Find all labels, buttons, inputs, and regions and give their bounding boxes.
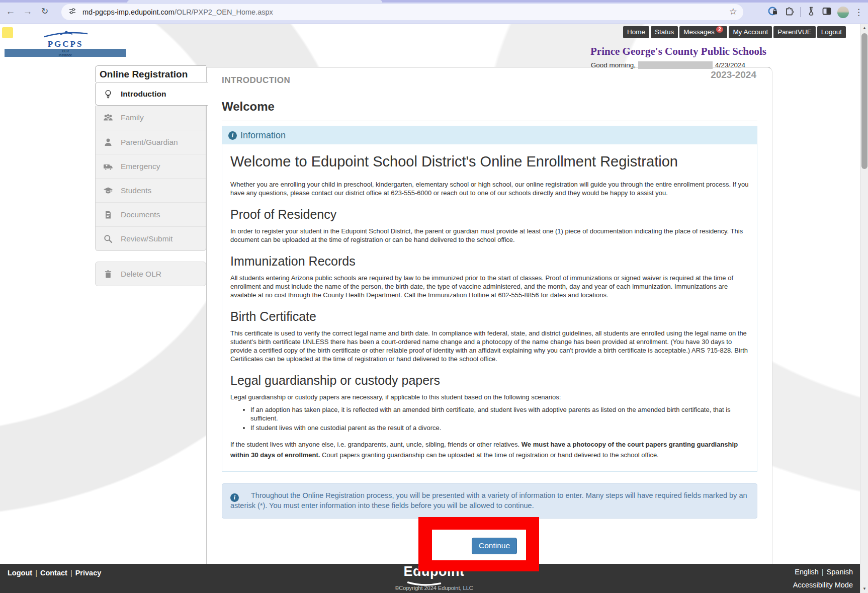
- nav-status-button[interactable]: Status: [651, 26, 678, 38]
- copyright-text: ©Copyright 2024 Edupoint, LLC: [395, 585, 473, 591]
- page-scrollbar[interactable]: ▲ ▼: [860, 24, 868, 593]
- section-heading-birth-certificate: Birth Certificate: [230, 309, 749, 324]
- nav-my-account-button[interactable]: My Account: [729, 26, 772, 38]
- page-body: PGCPS OLR Instance Home Status Messages2…: [0, 24, 868, 593]
- sidebar-item-label: Students: [121, 186, 151, 195]
- footer-privacy-link[interactable]: Privacy: [75, 569, 102, 577]
- olr-instance-banner: OLR Instance: [5, 49, 126, 57]
- reload-icon[interactable]: ↻: [38, 6, 51, 18]
- scroll-up-icon[interactable]: ▲: [860, 24, 868, 32]
- footer-separator: |: [32, 569, 40, 577]
- language-separator: |: [819, 568, 827, 576]
- ambulance-icon: [103, 161, 113, 172]
- url-text: md-pgcps-imp.edupoint.com/OLR/PXP2_OEN_H…: [82, 8, 273, 16]
- olr-banner-line2: Instance: [5, 53, 126, 57]
- sidebar-item-label: Family: [121, 113, 144, 122]
- guardianship-bullet: If an adoption has taken place, it is re…: [250, 405, 749, 422]
- section-label: INTRODUCTION: [222, 75, 290, 86]
- info-icon: i: [228, 131, 237, 140]
- continue-button[interactable]: Continue: [472, 538, 517, 554]
- section-body-birth-certificate: This certificate is used to verify the c…: [230, 329, 749, 363]
- browser-menu-icon[interactable]: ⋮: [854, 7, 863, 18]
- language-english-link[interactable]: English: [795, 568, 819, 576]
- welcome-heading: Welcome to Edupoint School District's On…: [230, 153, 749, 170]
- section-heading-guardianship: Legal guardianship or custody papers: [230, 373, 749, 388]
- bookmark-star-icon[interactable]: ☆: [729, 6, 737, 17]
- magnifier-icon: [103, 234, 113, 244]
- sidebar-item-emergency[interactable]: Emergency: [96, 154, 206, 178]
- side-panel-icon[interactable]: [822, 6, 832, 18]
- nav-messages-button[interactable]: Messages2: [679, 26, 727, 38]
- guardianship-intro: Legal guardianship or custody papers are…: [230, 393, 749, 401]
- site-settings-icon[interactable]: [68, 7, 76, 17]
- guardianship-bullets: If an adoption has taken place, it is re…: [230, 405, 749, 432]
- language-links: English|Spanish: [795, 568, 853, 576]
- sidebar-menu: Family Parent/Guardian Emergency Student…: [95, 106, 206, 251]
- sidebar-item-label: Review/Submit: [121, 234, 172, 243]
- sidebar-item-introduction[interactable]: Introduction: [95, 82, 208, 106]
- section-body-immunization: All students entering Arizona public sch…: [230, 274, 749, 299]
- sidebar-title: Online Registration: [95, 65, 206, 82]
- pgcps-logo-swoosh: [35, 30, 96, 38]
- olr-banner-line1: OLR: [5, 49, 126, 53]
- sidebar-item-label: Introduction: [121, 90, 166, 99]
- family-icon: [103, 113, 113, 123]
- trash-icon: [103, 269, 113, 279]
- section-body-residency: In order to register your student in the…: [230, 227, 749, 244]
- sidebar-item-parent-guardian[interactable]: Parent/Guardian: [96, 130, 206, 154]
- registration-notice: iThroughout the Online Registration proc…: [222, 483, 757, 519]
- pgcps-logo-text: PGCPS: [5, 40, 126, 48]
- nav-logout-button[interactable]: Logout: [817, 26, 846, 38]
- nav-parentvue-button[interactable]: ParentVUE: [773, 26, 816, 38]
- footer-separator: |: [67, 569, 75, 577]
- info-icon: i: [230, 493, 239, 502]
- redacted-user-name: [638, 61, 713, 69]
- messages-count-badge: 2: [716, 26, 724, 33]
- page-title: Welcome: [222, 100, 757, 121]
- greeting-row: Good morning, 4/23/2024: [591, 61, 745, 69]
- sidebar-item-label: Emergency: [121, 162, 160, 171]
- scroll-down-icon[interactable]: ▼: [860, 585, 868, 593]
- sidebar-item-students[interactable]: Students: [96, 178, 206, 202]
- section-heading-residency: Proof of Residency: [230, 207, 749, 222]
- sidebar-item-review-submit[interactable]: Review/Submit: [96, 226, 206, 250]
- guardianship-bullet: If student lives with one custodial pare…: [250, 423, 749, 432]
- labs-flask-icon[interactable]: [806, 6, 816, 18]
- footer-links: Logout|Contact|Privacy: [8, 569, 101, 577]
- greeting-text: Good morning,: [591, 61, 636, 69]
- guardianship-closing: If the student lives with anyone else, i…: [230, 439, 749, 460]
- sidebar-item-label: Parent/Guardian: [121, 138, 178, 147]
- sidebar-item-delete-olr[interactable]: Delete OLR: [95, 262, 206, 286]
- pgcps-logo: PGCPS OLR Instance: [5, 30, 126, 57]
- information-panel: i Information Welcome to Edupoint School…: [222, 126, 757, 472]
- language-spanish-link[interactable]: Spanish: [827, 568, 853, 576]
- footer-contact-link[interactable]: Contact: [40, 569, 67, 577]
- password-manager-icon[interactable]: [767, 6, 778, 19]
- document-icon: [103, 210, 113, 220]
- nav-home-button[interactable]: Home: [623, 26, 649, 38]
- closing-prefix: If the student lives with anyone else, i…: [230, 441, 522, 448]
- section-heading-immunization: Immunization Records: [230, 254, 749, 269]
- browser-tab[interactable]: [127, 0, 382, 3]
- toolbar-divider: [800, 7, 801, 17]
- district-title: Prince George's County Public Schools: [590, 45, 766, 58]
- graduation-cap-icon: [103, 186, 113, 196]
- top-navigation: Home Status Messages2 My Account ParentV…: [623, 26, 846, 38]
- address-bar[interactable]: md-pgcps-imp.edupoint.com/OLR/PXP2_OEN_H…: [61, 4, 743, 20]
- information-panel-body: Welcome to Edupoint School District's On…: [222, 144, 757, 472]
- closing-suffix: Court papers granting guardianship can b…: [320, 451, 658, 459]
- current-date: 4/23/2024: [715, 61, 745, 69]
- accessibility-mode-link[interactable]: Accessibility Mode: [793, 581, 853, 589]
- forward-icon[interactable]: →: [21, 6, 34, 18]
- scrollbar-thumb[interactable]: [861, 33, 867, 169]
- extensions-puzzle-icon[interactable]: [784, 6, 795, 19]
- back-icon[interactable]: ←: [4, 6, 17, 18]
- sidebar-item-family[interactable]: Family: [96, 106, 206, 130]
- sidebar-item-documents[interactable]: Documents: [96, 202, 206, 226]
- browser-profile-avatar[interactable]: [837, 7, 849, 18]
- sidebar-item-label: Documents: [121, 210, 160, 219]
- intro-paragraph: Whether you are enrolling your child in …: [230, 180, 749, 197]
- browser-toolbar: ← → ↻ md-pgcps-imp.edupoint.com/OLR/PXP2…: [0, 0, 868, 24]
- footer-logout-link[interactable]: Logout: [8, 569, 32, 577]
- information-panel-title: Information: [240, 130, 286, 141]
